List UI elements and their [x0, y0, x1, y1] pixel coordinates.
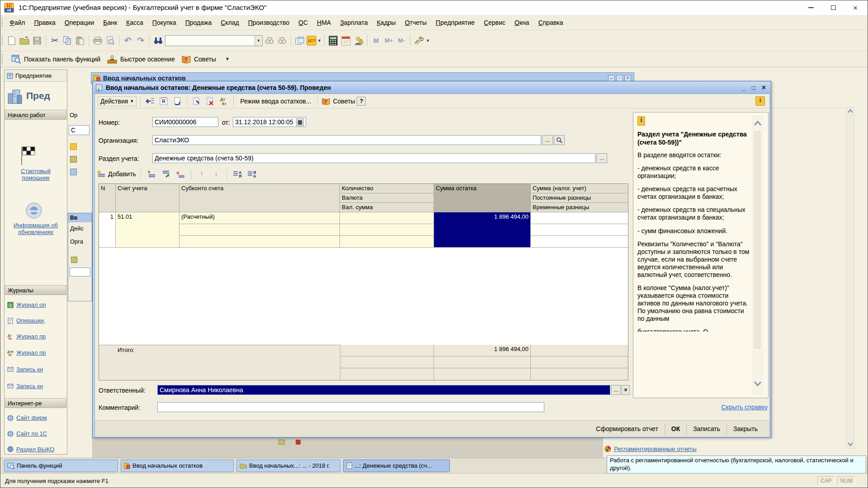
- col-header-temporary-diff[interactable]: Временные разницы: [531, 203, 628, 212]
- internet-link[interactable]: Раздел ВЫКО: [16, 446, 54, 453]
- account-section-input[interactable]: Денежные средства (счета 50-59): [152, 153, 595, 163]
- add-row-button[interactable]: Добавить: [97, 170, 136, 178]
- undo-icon[interactable]: ↶: [122, 35, 134, 47]
- menu-item[interactable]: Правка: [29, 17, 60, 28]
- row-cell-currency-amount[interactable]: [340, 236, 434, 248]
- actions-menu-button[interactable]: Действия ▼: [98, 96, 137, 106]
- taskbar-item[interactable]: Ввод начальных...: ... - 2018 г.: [236, 460, 340, 472]
- organization-select-button[interactable]: ...: [542, 135, 553, 145]
- delete-row-icon[interactable]: ×: [175, 168, 186, 180]
- col-header-quantity[interactable]: Количество: [340, 184, 434, 193]
- save-button[interactable]: Записать: [686, 423, 726, 434]
- responsible-select-button[interactable]: ...: [611, 385, 621, 395]
- menu-item[interactable]: Кадры: [372, 17, 400, 28]
- calculator-icon[interactable]: [327, 35, 339, 47]
- open-icon[interactable]: [19, 35, 30, 47]
- journal-link-row[interactable]: Операции,: [7, 317, 45, 324]
- reread-icon[interactable]: [171, 95, 183, 107]
- help-scroll-thumb[interactable]: [755, 131, 760, 348]
- organization-input[interactable]: СластиЭКО: [152, 135, 541, 145]
- taskbar-item-active[interactable]: ...: Денежные средства (сч...: [343, 460, 450, 472]
- calendar-icon[interactable]: [340, 35, 352, 47]
- help-scrollbar[interactable]: [752, 115, 764, 395]
- dialog-close-icon[interactable]: ×: [762, 84, 766, 92]
- journal-link-row[interactable]: ДтНКт Журнал пр: [7, 349, 46, 356]
- taskbar-item[interactable]: Ввод начальных остатков: [121, 460, 234, 472]
- journal-link[interactable]: Запись кн: [16, 383, 43, 389]
- row-cell-subconto3[interactable]: [179, 236, 340, 248]
- journal-link-row[interactable]: Запись кн: [7, 366, 43, 373]
- toggle-help-info-icon[interactable]: i: [755, 96, 765, 106]
- scroll-down-icon[interactable]: [848, 442, 853, 446]
- memory-recall-icon[interactable]: M: [370, 35, 382, 47]
- insert-row-icon[interactable]: +: [146, 168, 157, 180]
- internet-link[interactable]: Сайт фирм: [16, 414, 47, 421]
- menu-item[interactable]: Покупка: [148, 17, 181, 28]
- menu-item[interactable]: Сервис: [479, 17, 510, 28]
- minimize-icon[interactable]: [808, 7, 814, 8]
- move-down-icon[interactable]: ↓: [210, 168, 222, 180]
- bg-close-icon[interactable]: ×: [624, 75, 631, 81]
- col-header-currency-amount[interactable]: Вал. сумма: [340, 203, 434, 212]
- goto-list-icon[interactable]: [144, 95, 156, 107]
- search-combobox[interactable]: ▼: [165, 35, 263, 46]
- close-icon[interactable]: ×: [853, 4, 858, 12]
- help-scroll-up-icon[interactable]: [754, 121, 761, 126]
- menu-item[interactable]: ОС: [294, 17, 312, 28]
- sort-asc-icon[interactable]: АЯ: [231, 168, 243, 180]
- row-cell-currency[interactable]: [340, 224, 434, 236]
- search-dropdown-icon[interactable]: ▼: [255, 36, 262, 46]
- organization-open-icon[interactable]: [554, 135, 565, 145]
- journal-link-row[interactable]: Журнал оп: [7, 301, 46, 308]
- dialog-tips-button[interactable]: ? Советы: [321, 97, 355, 106]
- journal-link[interactable]: Журнал пр: [16, 333, 46, 340]
- tools-dropdown-icon[interactable]: ▼: [426, 38, 430, 43]
- redo-icon[interactable]: ↷: [135, 35, 146, 47]
- help-scroll-down-icon[interactable]: [754, 381, 761, 386]
- col-header-permanent-diff[interactable]: Постоянные разницы: [531, 193, 628, 203]
- move-up-icon[interactable]: ↑: [196, 168, 208, 180]
- journal-link-row[interactable]: ДтКт Журнал пр: [7, 333, 46, 340]
- col-header-n[interactable]: N: [99, 184, 116, 212]
- updates-link[interactable]: Информация об обновлениях: [8, 222, 63, 235]
- panelbar-overflow-icon[interactable]: ▼: [225, 56, 230, 61]
- memory-minus-icon[interactable]: M-: [396, 35, 407, 47]
- row-cell-subconto2[interactable]: [179, 224, 340, 236]
- row-cell-n[interactable]: 1: [99, 212, 116, 248]
- datetime-input[interactable]: 31.12.2018 12:00:05 ▦: [233, 117, 306, 127]
- ok-button[interactable]: ОК: [665, 423, 686, 434]
- menu-item[interactable]: Предприятие: [431, 17, 479, 28]
- menu-item[interactable]: Зарплата: [335, 17, 372, 28]
- copy-icon[interactable]: [61, 35, 73, 47]
- row-cell-tax-amount[interactable]: [531, 212, 628, 224]
- unpost-document-icon[interactable]: [204, 95, 216, 107]
- new-window-icon[interactable]: [294, 35, 306, 47]
- number-input[interactable]: СИИ00000006: [152, 117, 218, 127]
- refresh-icon[interactable]: R: [158, 95, 170, 107]
- col-header-tax-amount[interactable]: Сумма (налог. учет): [531, 184, 628, 193]
- menu-item[interactable]: Продажа: [181, 17, 216, 28]
- help-1c-button[interactable]: 1С? ▼: [307, 36, 321, 46]
- internet-link-row[interactable]: Сайт по 1С: [7, 430, 47, 437]
- calendar-picker-icon[interactable]: ▦: [296, 118, 304, 126]
- bg-minimize-icon[interactable]: –: [608, 75, 615, 81]
- help-dropdown-icon[interactable]: ▼: [317, 38, 321, 43]
- new-document-icon[interactable]: [6, 35, 18, 47]
- dtkt-icon[interactable]: ДтКт: [218, 95, 230, 107]
- journal-link[interactable]: Запись кн: [16, 366, 43, 373]
- show-function-panel-button[interactable]: Показать панель функций: [11, 55, 100, 64]
- find-previous-icon[interactable]: [276, 35, 288, 47]
- user-lock-icon[interactable]: [353, 35, 364, 47]
- generate-report-button[interactable]: Сформировать отчет: [590, 423, 665, 434]
- reg-reports-row[interactable]: Регламентированные отчеты: [604, 444, 758, 453]
- post-document-icon[interactable]: [191, 95, 203, 107]
- internet-link-row[interactable]: Раздел ВЫКО: [7, 446, 54, 453]
- internet-link[interactable]: Сайт по 1С: [16, 430, 47, 437]
- menu-item[interactable]: Операции: [60, 17, 99, 28]
- dialog-maximize-icon[interactable]: □: [752, 84, 755, 91]
- responsible-input[interactable]: Смирнова Анна Николаевна: [157, 385, 610, 395]
- find-next-icon[interactable]: [264, 35, 275, 47]
- menu-item[interactable]: Производство: [244, 17, 294, 28]
- menu-item[interactable]: Окна: [510, 17, 534, 28]
- tools-icon[interactable]: [413, 35, 425, 47]
